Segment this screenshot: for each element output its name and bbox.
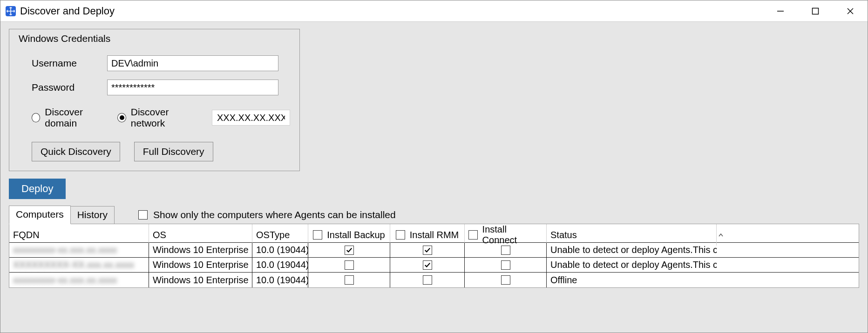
full-discovery-button[interactable]: Full Discovery: [134, 142, 213, 161]
cell-install-rmm: [390, 258, 465, 272]
svg-rect-2: [812, 8, 818, 14]
cell-install-backup-checkbox[interactable]: [345, 275, 354, 285]
cell-install-rmm-checkbox[interactable]: [423, 260, 432, 270]
cell-install-rmm-checkbox[interactable]: [423, 246, 432, 255]
computers-grid: FQDN OS OSType Install Backup Install RM…: [9, 224, 859, 287]
cell-os: Windows 10 Enterprise: [149, 243, 252, 257]
cell-scroll-gutter: [717, 273, 725, 287]
cell-scroll-gutter: [717, 243, 725, 257]
cell-install-backup-checkbox[interactable]: [345, 246, 354, 255]
cell-install-backup: [308, 273, 390, 287]
filter-row: Show only the computers where Agents can…: [138, 209, 396, 220]
grid-header: FQDN OS OSType Install Backup Install RM…: [9, 224, 859, 243]
quick-discovery-button[interactable]: Quick Discovery: [32, 142, 120, 161]
password-input[interactable]: [107, 80, 278, 95]
radio-icon: [117, 113, 126, 122]
table-row[interactable]: xxxxxxxxx-xx.xxx.xx.xxxxWindows 10 Enter…: [9, 273, 859, 287]
grid-body: xxxxxxxxx-xx.xxx.xx.xxxxWindows 10 Enter…: [9, 243, 859, 287]
cell-os: Windows 10 Enterprise: [149, 273, 252, 287]
header-install-rmm-label: Install RMM: [410, 230, 459, 240]
table-row[interactable]: xxxxxxxxx-xx.xxx.xx.xxxxWindows 10 Enter…: [9, 243, 859, 258]
cell-status: Unable to detect or deploy Agents.This c: [547, 258, 717, 272]
tab-computers[interactable]: Computers: [9, 206, 71, 224]
app-window: Discover and Deploy Windows Credentials …: [0, 0, 868, 333]
header-install-backup-label: Install Backup: [327, 230, 385, 240]
discovery-buttons: Quick Discovery Full Discovery: [19, 142, 290, 161]
deploy-button[interactable]: Deploy: [9, 179, 66, 199]
app-icon: [5, 6, 16, 17]
filter-label: Show only the computers where Agents can…: [153, 209, 396, 220]
cell-install-backup: [308, 258, 390, 272]
cell-ostype: 10.0 (19044): [252, 273, 308, 287]
discover-network-label: Discover network: [131, 107, 199, 129]
computers-panel: FQDN OS OSType Install Backup Install RM…: [9, 224, 859, 288]
titlebar: Discover and Deploy: [0, 0, 868, 22]
username-input[interactable]: [107, 55, 278, 71]
select-all-connect-checkbox[interactable]: [468, 230, 478, 240]
cell-install-connect-checkbox[interactable]: [501, 260, 510, 270]
radio-icon: [32, 113, 40, 122]
cell-fqdn: xxxxxxxxx-xx.xxx.xx.xxxx: [9, 273, 149, 287]
cell-install-backup: [308, 243, 390, 257]
discover-network-radio[interactable]: Discover network: [117, 107, 199, 129]
cell-install-connect: [465, 273, 547, 287]
credentials-fieldset: Windows Credentials Username Password Di…: [9, 29, 300, 171]
window-controls: [763, 0, 868, 21]
cell-fqdn: XXXXXXXXX-XX.xxx.xx.xxxx: [9, 258, 149, 272]
select-all-backup-checkbox[interactable]: [313, 230, 322, 240]
discover-domain-label: Discover domain: [45, 107, 111, 129]
cell-install-rmm: [390, 243, 465, 257]
discover-mode-row: Discover domain Discover network: [19, 107, 290, 129]
network-input[interactable]: [212, 110, 290, 126]
cell-status: Unable to detect or deploy Agents.This c: [547, 243, 717, 257]
cell-fqdn: xxxxxxxxx-xx.xxx.xx.xxxx: [9, 243, 149, 257]
cell-ostype: 10.0 (19044): [252, 243, 308, 257]
filter-checkbox[interactable]: [138, 210, 148, 220]
cell-install-rmm: [390, 273, 465, 287]
cell-scroll-gutter: [717, 258, 725, 272]
cell-os: Windows 10 Enterprise: [149, 258, 252, 272]
cell-install-connect: [465, 258, 547, 272]
close-button[interactable]: [833, 0, 868, 21]
cell-install-connect-checkbox[interactable]: [501, 275, 510, 285]
tab-history[interactable]: History: [70, 206, 115, 224]
content-area: Windows Credentials Username Password Di…: [0, 22, 868, 288]
window-title: Discover and Deploy: [20, 5, 115, 17]
cell-install-connect-checkbox[interactable]: [501, 246, 510, 255]
tabstrip: Computers History Show only the computer…: [9, 206, 859, 224]
table-row[interactable]: XXXXXXXXX-XX.xxx.xx.xxxxWindows 10 Enter…: [9, 258, 859, 273]
cell-status: Offline: [547, 273, 717, 287]
password-row: Password: [19, 80, 290, 95]
minimize-button[interactable]: [763, 0, 798, 21]
username-label: Username: [19, 58, 107, 69]
maximize-button[interactable]: [798, 0, 833, 21]
password-label: Password: [19, 82, 107, 93]
cell-ostype: 10.0 (19044): [252, 258, 308, 272]
discover-domain-radio[interactable]: Discover domain: [32, 107, 111, 129]
cell-install-backup-checkbox[interactable]: [345, 260, 354, 270]
cell-install-connect: [465, 243, 547, 257]
credentials-legend: Windows Credentials: [19, 33, 290, 51]
cell-install-rmm-checkbox[interactable]: [423, 275, 432, 285]
select-all-rmm-checkbox[interactable]: [396, 230, 405, 240]
username-row: Username: [19, 55, 290, 71]
